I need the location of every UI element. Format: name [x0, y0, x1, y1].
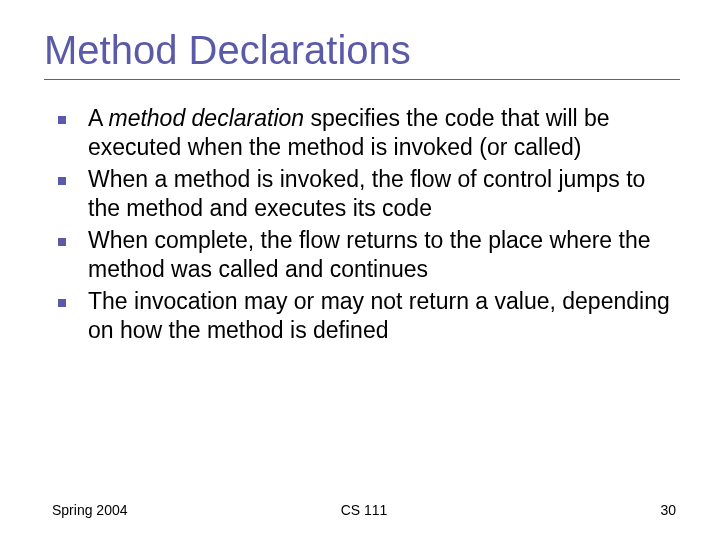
footer-left: Spring 2004: [52, 502, 128, 518]
slide: Method Declarations A method declaration…: [0, 0, 720, 540]
slide-footer: Spring 2004 CS 111 30: [52, 502, 676, 518]
bullet-text-pre: When a method is invoked, the flow of co…: [88, 166, 645, 221]
footer-center: CS 111: [341, 502, 388, 518]
bullet-item: A method declaration specifies the code …: [52, 104, 680, 163]
title-divider: [44, 79, 680, 80]
bullet-item: When complete, the flow returns to the p…: [52, 226, 680, 285]
bullet-text-pre: The invocation may or may not return a v…: [88, 288, 670, 343]
bullet-list: A method declaration specifies the code …: [44, 104, 680, 346]
bullet-text-pre: A: [88, 105, 108, 131]
bullet-text-em: method declaration: [108, 105, 304, 131]
bullet-item: The invocation may or may not return a v…: [52, 287, 680, 346]
bullet-text-pre: When complete, the flow returns to the p…: [88, 227, 651, 282]
slide-title: Method Declarations: [44, 28, 680, 73]
footer-right: 30: [660, 502, 676, 518]
bullet-item: When a method is invoked, the flow of co…: [52, 165, 680, 224]
